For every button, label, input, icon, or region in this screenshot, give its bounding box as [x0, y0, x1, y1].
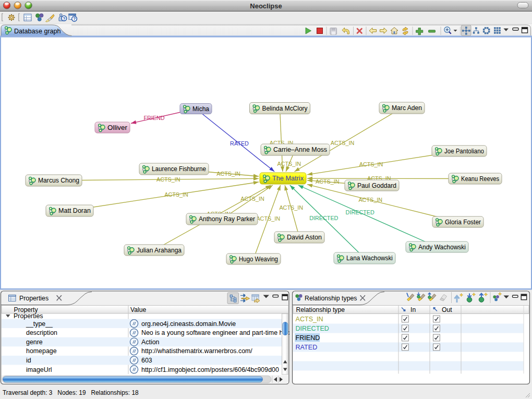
svg-text:ACTS_IN: ACTS_IN	[164, 191, 188, 198]
svg-text:imageUrl: imageUrl	[26, 366, 52, 373]
svg-text:Neo is a young software engine: Neo is a young software engineer and par…	[141, 329, 289, 336]
svg-text:__type__: __type__	[26, 320, 53, 328]
svg-text:Matt Doran: Matt Doran	[58, 207, 91, 214]
svg-text:ACTS_IN: ACTS_IN	[296, 316, 323, 323]
svg-text:ACTS_IN: ACTS_IN	[240, 196, 264, 202]
svg-text:ACTS_IN: ACTS_IN	[358, 197, 382, 203]
svg-text:homepage: homepage	[26, 347, 57, 355]
svg-text:ACTS_IN: ACTS_IN	[331, 140, 355, 146]
svg-text:Joe Pantoliano: Joe Pantoliano	[444, 148, 484, 155]
svg-text:Carrie–Anne Moss: Carrie–Anne Moss	[273, 146, 327, 153]
svg-text:ACTS_IN: ACTS_IN	[359, 161, 383, 167]
svg-text:Hugo Weaving: Hugo Weaving	[239, 256, 278, 263]
svg-text:Database graph: Database graph	[14, 28, 61, 35]
svg-text:DIRECTED: DIRECTED	[346, 209, 374, 215]
svg-text:Marc Aden: Marc Aden	[392, 104, 422, 112]
svg-text:ACTS_IN: ACTS_IN	[216, 171, 240, 177]
svg-text:The Matrix: The Matrix	[272, 175, 304, 182]
svg-text:Paul Goddard: Paul Goddard	[357, 182, 396, 189]
svg-text:genre: genre	[26, 338, 43, 346]
svg-text:Olliver: Olliver	[107, 124, 127, 131]
svg-text:id: id	[26, 357, 31, 364]
svg-text:Marcus Chong: Marcus Chong	[38, 177, 79, 184]
svg-text:Out: Out	[442, 306, 452, 313]
svg-text:Value: Value	[130, 306, 146, 313]
svg-text:603: 603	[141, 357, 152, 364]
svg-text:ACTS_IN: ACTS_IN	[256, 215, 280, 222]
svg-text:org.neo4j.cineasts.domain.Movi: org.neo4j.cineasts.domain.Movie	[141, 320, 236, 328]
svg-text:Andy Wachowski: Andy Wachowski	[418, 244, 466, 251]
svg-text:Laurence Fishburne: Laurence Fishburne	[152, 165, 206, 173]
svg-text:Relationship type: Relationship type	[296, 306, 345, 313]
svg-text:description: description	[26, 329, 57, 336]
svg-text:?: ?	[73, 16, 76, 21]
svg-text:RATED: RATED	[296, 344, 318, 351]
svg-text:David Aston: David Aston	[287, 234, 322, 241]
svg-text:Belinda McClory: Belinda McClory	[262, 105, 308, 112]
svg-text:?: ?	[63, 16, 65, 21]
svg-text:Properties: Properties	[14, 312, 43, 320]
svg-text:Action: Action	[141, 338, 160, 346]
svg-text:FRIEND: FRIEND	[296, 334, 320, 342]
svg-text:ACTS_IN: ACTS_IN	[279, 204, 303, 211]
svg-text:ACTS_IN: ACTS_IN	[316, 178, 340, 185]
svg-text:ACTS_IN: ACTS_IN	[277, 161, 301, 167]
svg-text:Lana Wachowski: Lana Wachowski	[346, 255, 393, 262]
svg-text:Neoclipse: Neoclipse	[250, 2, 282, 10]
svg-text:Properties: Properties	[19, 295, 49, 302]
svg-text:Gloria Foster: Gloria Foster	[445, 219, 481, 226]
svg-text:DIRECTED: DIRECTED	[309, 215, 338, 221]
svg-text:Micha: Micha	[192, 105, 209, 113]
svg-text:Relationship types: Relationship types	[305, 295, 357, 302]
svg-text:DIRECTED: DIRECTED	[296, 325, 329, 332]
svg-text:http://whatisthematrix.warnerb: http://whatisthematrix.warnerbros.com/	[141, 347, 252, 355]
svg-text:Julian Arahanga: Julian Arahanga	[137, 247, 182, 254]
svg-text:ACTS_IN: ACTS_IN	[156, 176, 180, 183]
svg-text:Traversal depth: 3 Nodes: 19: Traversal depth: 3 Nodes: 19 Relationshi…	[3, 389, 139, 396]
svg-text:http://cf1.imgobject.com/poste: http://cf1.imgobject.com/posters/606/4bc…	[141, 366, 279, 373]
svg-text:Keanu Reeves: Keanu Reeves	[461, 175, 499, 183]
svg-text:RATED: RATED	[230, 140, 249, 147]
svg-text:In: In	[410, 306, 416, 313]
svg-text:Anthony Ray Parker: Anthony Ray Parker	[199, 215, 255, 223]
svg-text:FRIEND: FRIEND	[143, 115, 164, 121]
